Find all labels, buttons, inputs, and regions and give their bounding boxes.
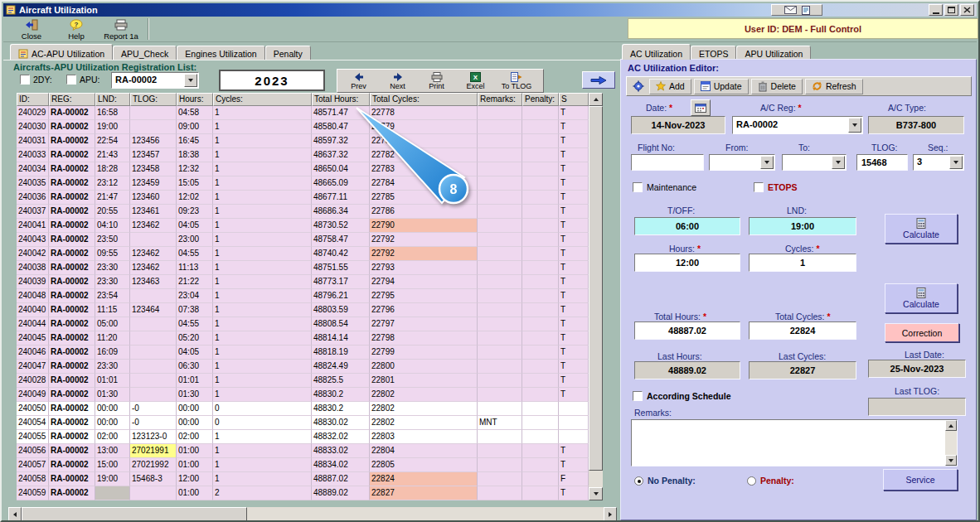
grid-cell-reg[interactable]: RA-00002 [49, 444, 95, 458]
dropdown-button[interactable] [949, 156, 963, 169]
grid-cell-tlog[interactable]: 27021991 [130, 444, 177, 458]
grid-cell-id[interactable]: 240037 [17, 205, 49, 219]
excel-button[interactable]: X Excel [456, 70, 495, 91]
to-select[interactable] [782, 154, 847, 171]
grid-cell-cycles[interactable]: 1 [213, 472, 312, 486]
grid-cell-total_hours[interactable]: 48773.17 [312, 275, 370, 289]
grid-cell-tlog[interactable] [130, 120, 177, 134]
remarks-textarea[interactable] [631, 419, 958, 466]
grid-cell-tlog[interactable]: 123461 [130, 205, 177, 219]
date-field[interactable]: 14-Nov-2023 [631, 116, 725, 134]
grid-cell-tlog[interactable]: 123123-0 [130, 430, 177, 444]
grid-cell-cycles[interactable]: 1 [213, 458, 312, 472]
table-row[interactable]: 240035RA-0000223:1212345915:05148665.092… [17, 176, 589, 191]
scroll-right-button[interactable] [604, 507, 617, 521]
column-header-s[interactable]: S [559, 93, 589, 106]
minimize-button[interactable] [929, 4, 943, 16]
transfer-button[interactable] [582, 71, 615, 89]
table-row[interactable]: 240055RA-0000202:00123123-002:00148832.0… [17, 430, 589, 444]
grid-cell-hours[interactable]: 02:00 [177, 430, 213, 444]
grid-cell-hours[interactable]: 01:00 [177, 444, 213, 458]
table-row[interactable]: 240028RA-0000201:0101:01148825.522801T [17, 374, 589, 388]
grid-cell-reg[interactable]: RA-00002 [49, 388, 95, 402]
grid-cell-hours[interactable]: 05:20 [177, 331, 213, 346]
grid-cell-total_cycles[interactable]: 22782 [370, 148, 478, 162]
grid-cell-lnd[interactable]: 01:01 [95, 374, 130, 388]
grid-cell-hours[interactable]: 09:23 [177, 205, 213, 219]
ac-type-field[interactable]: B737-800 [868, 116, 964, 134]
grid-cell-tlog[interactable] [130, 106, 177, 120]
grid-cell-penalty[interactable] [522, 303, 559, 317]
grid-cell-total_cycles[interactable]: 22802 [370, 416, 478, 430]
prev-button[interactable]: Prev [339, 70, 378, 91]
grid-cell-remarks[interactable] [478, 346, 522, 360]
grid-cell-total_hours[interactable]: 48740.42 [312, 247, 370, 261]
grid-cell-reg[interactable]: RA-00002 [49, 430, 95, 444]
remarks-scrollbar[interactable] [945, 420, 957, 466]
grid-cell-remarks[interactable] [478, 219, 522, 233]
grid-cell-remarks[interactable] [478, 472, 522, 486]
grid-cell-id[interactable]: 240034 [17, 162, 49, 176]
grid-cell-remarks[interactable] [478, 106, 522, 120]
grid-cell-reg[interactable]: RA-00002 [49, 402, 95, 416]
grid-cell-tlog[interactable] [130, 360, 177, 374]
grid-cell-lnd[interactable]: 21:43 [95, 148, 130, 162]
grid-cell-tlog[interactable]: 15468-3 [130, 472, 177, 486]
grid-cell-total_cycles[interactable]: 22802 [370, 402, 478, 416]
help-button[interactable]: ? Help [55, 18, 98, 41]
grid-cell-cycles[interactable]: 1 [213, 317, 312, 331]
grid-cell-s[interactable]: T [559, 486, 589, 500]
grid-cell-cycles[interactable]: 1 [213, 303, 312, 317]
grid-cell-total_cycles[interactable]: 22795 [370, 289, 478, 303]
grid-cell-cycles[interactable]: 1 [213, 162, 312, 176]
grid-cell-hours[interactable]: 07:38 [177, 303, 213, 317]
scroll-down-button[interactable] [589, 487, 603, 500]
table-row[interactable]: 240040RA-0000211:1512346407:38148803.592… [17, 303, 589, 317]
grid-cell-total_cycles[interactable]: 22780 [370, 134, 478, 148]
horizontal-scroll-thumb[interactable] [22, 507, 247, 521]
grid-cell-hours[interactable]: 01:01 [177, 374, 213, 388]
table-row[interactable]: 240033RA-0000221:4312345718:38148637.322… [17, 148, 589, 162]
column-header-id[interactable]: ID: [17, 93, 49, 106]
grid-cell-hours[interactable]: 09:00 [177, 120, 213, 134]
grid-cell-remarks[interactable] [478, 317, 522, 331]
checkbox-box[interactable] [633, 391, 643, 401]
grid-cell-tlog[interactable] [130, 346, 177, 360]
penalty-radio[interactable]: Penalty: [747, 476, 794, 486]
grid-cell-id[interactable]: 240046 [17, 346, 49, 360]
grid-cell-cycles[interactable]: 1 [213, 388, 312, 402]
close-window-button[interactable] [960, 4, 974, 16]
grid-cell-cycles[interactable]: 1 [213, 360, 312, 374]
column-header-remarks[interactable]: Remarks: [478, 93, 522, 106]
grid-cell-total_cycles[interactable]: 22786 [370, 205, 478, 219]
grid-cell-reg[interactable]: RA-00002 [49, 374, 95, 388]
table-row[interactable]: 240050RA-0000200:00-000:00048830.222802 [17, 402, 589, 416]
grid-cell-total_hours[interactable]: 48665.09 [312, 176, 370, 191]
grid-cell-id[interactable]: 240050 [17, 402, 49, 416]
grid-cell-reg[interactable]: RA-00002 [49, 317, 95, 331]
grid-cell-penalty[interactable] [522, 205, 559, 219]
grid-cell-s[interactable]: T [559, 444, 589, 458]
grid-cell-cycles[interactable]: 1 [213, 120, 312, 134]
grid-cell-tlog[interactable]: 123457 [130, 148, 177, 162]
grid-cell-total_cycles[interactable]: 22778 [370, 106, 478, 120]
column-header-hours[interactable]: Hours: [177, 93, 213, 106]
table-row[interactable]: 240058RA-0000219:0015468-312:00148887.02… [17, 472, 589, 486]
grid-cell-lnd[interactable]: 21:47 [95, 191, 130, 205]
grid-cell-reg[interactable]: RA-00002 [49, 247, 95, 261]
grid-cell-tlog[interactable]: 123459 [130, 176, 177, 191]
grid-cell-tlog[interactable]: 123458 [130, 162, 177, 176]
dropdown-button[interactable] [832, 156, 845, 169]
grid-cell-hours[interactable]: 00:00 [177, 416, 213, 430]
grid-cell-s[interactable]: T [559, 360, 589, 374]
grid-cell-id[interactable]: 240056 [17, 444, 49, 458]
grid-cell-penalty[interactable] [522, 430, 559, 444]
grid-cell-id[interactable]: 240036 [17, 191, 49, 205]
grid-cell-remarks[interactable] [478, 176, 522, 191]
grid-cell-s[interactable]: T [559, 317, 589, 331]
grid-cell-remarks[interactable] [478, 191, 522, 205]
tab-ac-apu-utilization[interactable]: AC-APU Utilization [10, 44, 113, 60]
grid-cell-total_hours[interactable]: 48686.34 [312, 205, 370, 219]
dropdown-button[interactable] [848, 118, 861, 133]
grid-cell-hours[interactable]: 16:45 [177, 134, 213, 148]
